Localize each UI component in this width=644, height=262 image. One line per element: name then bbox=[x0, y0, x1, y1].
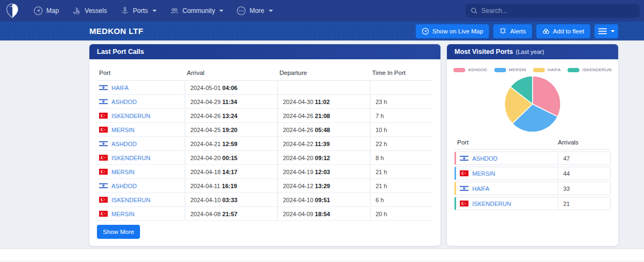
legend-item-ashdod[interactable]: ASHDOD bbox=[453, 67, 487, 72]
date-value: 2024-04-18 bbox=[191, 169, 222, 175]
israel-flag-icon bbox=[460, 185, 468, 191]
chevron-down-icon bbox=[269, 10, 273, 12]
nav-item-label: Map bbox=[46, 7, 59, 15]
time-value: 11:39 bbox=[315, 141, 330, 147]
legend-swatch-icon bbox=[494, 68, 506, 72]
time-in-port-value: 21 h bbox=[370, 179, 433, 193]
time-value: 18:54 bbox=[315, 211, 330, 217]
port-cell: MERSIN bbox=[456, 170, 558, 177]
port-cell: ASHDOD bbox=[456, 155, 558, 162]
time-in-port-value: 8 h bbox=[370, 151, 433, 165]
column-header-departure: Departure bbox=[277, 66, 370, 81]
search-input[interactable] bbox=[481, 7, 634, 15]
card-title: Last Port Calls bbox=[97, 48, 144, 56]
time-value: 03:33 bbox=[222, 197, 237, 203]
main-content: Last Port Calls PortArrivalDepartureTime… bbox=[89, 44, 618, 246]
port-link-iskenderun[interactable]: ISKENDERUN bbox=[111, 113, 150, 119]
add-to-fleet-button[interactable]: Add to fleet bbox=[536, 24, 590, 38]
nav-item-ports[interactable]: Ports bbox=[115, 3, 162, 19]
legend-item-iskenderun[interactable]: ISKENDERUN bbox=[568, 67, 611, 72]
port-link-mersin[interactable]: MERSIN bbox=[111, 211, 135, 217]
nav-item-map[interactable]: Map bbox=[28, 3, 64, 19]
legend-swatch-icon bbox=[453, 68, 465, 72]
footer bbox=[0, 249, 644, 262]
time-value: 11:02 bbox=[315, 99, 330, 105]
bell-icon bbox=[499, 27, 507, 35]
port-cell: MERSIN bbox=[99, 211, 180, 217]
vessel-title: MEDKON LTF bbox=[89, 26, 143, 36]
column-header-arrivals: Arrivals bbox=[558, 139, 578, 146]
date-value: 2024-05-01 bbox=[191, 85, 222, 91]
port-link-haifa[interactable]: HAIFA bbox=[472, 185, 489, 192]
turkey-flag-icon bbox=[99, 197, 108, 203]
search-box bbox=[465, 4, 640, 18]
port-link-mersin[interactable]: MERSIN bbox=[111, 169, 135, 175]
port-link-ashdod[interactable]: ASHDOD bbox=[472, 155, 498, 162]
vessel-actions: Show on Live Map Alerts Add to fleet bbox=[416, 24, 618, 38]
port-call-row: MERSIN2024-04-08 21:572024-04-09 18:5420… bbox=[97, 207, 433, 221]
time-value: 04:06 bbox=[222, 85, 237, 91]
alerts-button[interactable]: Alerts bbox=[493, 24, 531, 38]
port-cell: ASHDOD bbox=[99, 99, 180, 105]
nav-item-community[interactable]: Community bbox=[164, 3, 229, 19]
port-link-ashdod[interactable]: ASHDOD bbox=[111, 141, 137, 147]
legend-item-haifa[interactable]: HAIFA bbox=[533, 67, 561, 72]
port-call-row: ISKENDERUN2024-04-10 03:332024-04-10 09:… bbox=[97, 193, 433, 207]
port-link-mersin[interactable]: MERSIN bbox=[472, 170, 495, 177]
arrivals-value: 21 bbox=[558, 197, 610, 210]
app-logo[interactable] bbox=[4, 2, 20, 19]
time-value: 14:17 bbox=[222, 169, 237, 175]
nav-item-label: Ports bbox=[133, 7, 148, 15]
port-cell: ISKENDERUN bbox=[456, 201, 558, 207]
nav-item-vessels[interactable]: Vessels bbox=[66, 3, 112, 19]
israel-flag-icon bbox=[99, 85, 108, 91]
date-value: 2024-04-20 bbox=[191, 155, 222, 161]
vessel-menu-button[interactable] bbox=[594, 24, 618, 38]
vessel-header-bar: MEDKON LTF Show on Live Map Alerts Add t… bbox=[0, 22, 644, 41]
date-value: 2024-04-30 bbox=[283, 99, 315, 105]
column-header-port: Port bbox=[454, 139, 558, 146]
date-value: 2024-04-26 bbox=[191, 113, 222, 119]
date-value: 2024-04-10 bbox=[283, 197, 315, 203]
show-on-live-map-button[interactable]: Show on Live Map bbox=[416, 24, 489, 38]
show-more-button[interactable]: Show More bbox=[97, 225, 140, 239]
date-value: 2024-04-19 bbox=[283, 169, 315, 175]
time-in-port-value: 10 h bbox=[370, 123, 433, 137]
legend-label: HAIFA bbox=[548, 67, 561, 72]
most-visited-ports-card: Most Visited Ports (Last year) ASHDODMER… bbox=[447, 44, 618, 246]
nav-item-more[interactable]: More bbox=[231, 3, 278, 19]
nav-item-label: Vessels bbox=[85, 7, 107, 15]
time-value: 12:59 bbox=[222, 141, 237, 147]
most-visited-table-body: ASHDOD47MERSIN44HAIFA33ISKENDERUN21 bbox=[454, 151, 611, 210]
port-link-haifa[interactable]: HAIFA bbox=[111, 85, 129, 91]
port-link-iskenderun[interactable]: ISKENDERUN bbox=[111, 155, 150, 161]
legend-item-mersin[interactable]: MERSIN bbox=[494, 67, 526, 72]
pie-chart-wrap bbox=[454, 74, 611, 134]
port-call-row: ASHDOD2024-04-11 16:192024-04-12 13:2921… bbox=[97, 179, 433, 193]
most-visited-row: ISKENDERUN21 bbox=[454, 197, 611, 210]
port-call-row: HAIFA2024-05-01 04:06 bbox=[97, 81, 433, 95]
binoculars-icon bbox=[542, 27, 550, 35]
date-value: 2024-04-21 bbox=[191, 141, 222, 147]
port-call-row: MERSIN2024-04-25 19:202024-04-26 05:4810… bbox=[97, 123, 433, 137]
port-link-ashdod[interactable]: ASHDOD bbox=[111, 183, 137, 189]
hamburger-icon bbox=[598, 28, 607, 35]
column-header-arrival: Arrival bbox=[185, 66, 277, 81]
date-value: 2024-04-25 bbox=[191, 127, 222, 133]
map-icon bbox=[33, 6, 43, 16]
port-link-iskenderun[interactable]: ISKENDERUN bbox=[111, 197, 150, 203]
israel-flag-icon bbox=[460, 155, 468, 161]
arrivals-value: 44 bbox=[558, 167, 610, 180]
port-link-ashdod[interactable]: ASHDOD bbox=[111, 99, 137, 105]
legend-label: MERSIN bbox=[509, 67, 526, 72]
port-call-row: MERSIN2024-04-18 14:172024-04-19 12:0321… bbox=[97, 165, 433, 179]
most-visited-table-header: PortArrivals bbox=[454, 136, 611, 150]
port-link-mersin[interactable]: MERSIN bbox=[111, 127, 135, 133]
time-in-port-value: 21 h bbox=[370, 165, 433, 179]
port-cell: HAIFA bbox=[456, 185, 558, 192]
last-port-calls-header: Last Port Calls bbox=[89, 44, 440, 59]
port-link-iskenderun[interactable]: ISKENDERUN bbox=[472, 201, 511, 207]
community-icon bbox=[170, 6, 179, 16]
time-value: 21:08 bbox=[315, 113, 330, 119]
port-call-row: ASHDOD2024-04-29 11:342024-04-30 11:0223… bbox=[97, 95, 433, 109]
